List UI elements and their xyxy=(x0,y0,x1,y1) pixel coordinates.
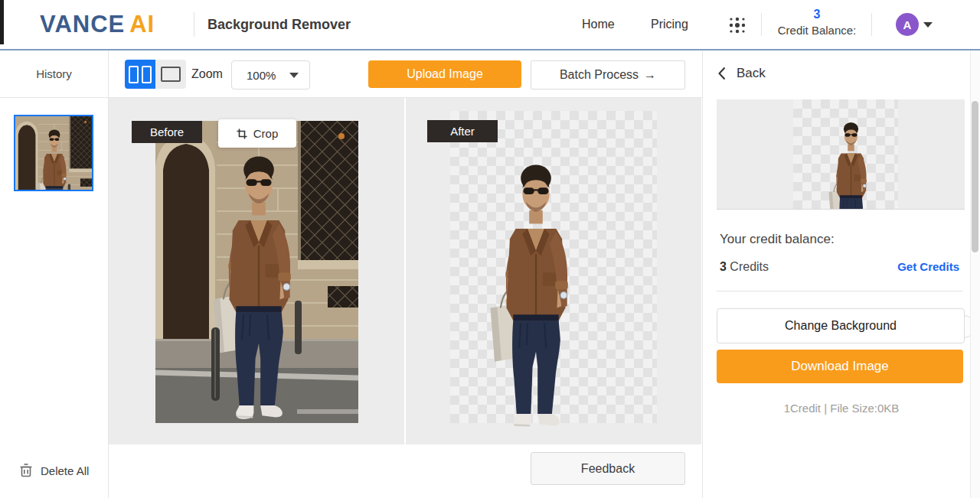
after-tag: After xyxy=(427,120,498,142)
upload-image-label: Upload Image xyxy=(407,67,483,81)
crop-icon xyxy=(237,129,247,139)
single-view-toggle[interactable] xyxy=(155,60,186,89)
result-preview xyxy=(717,99,965,210)
change-background-label: Change Background xyxy=(785,319,897,333)
scrollbar-thumb[interactable] xyxy=(972,101,978,252)
zoom-value: 100% xyxy=(247,69,276,82)
avatar[interactable]: A xyxy=(896,13,919,36)
file-info-text: 1Credit | File Size:0KB xyxy=(703,402,980,415)
header-divider xyxy=(871,13,872,36)
back-button[interactable]: Back xyxy=(718,66,766,81)
split-view-toggle[interactable] xyxy=(125,60,155,89)
section-divider xyxy=(717,291,963,291)
feedback-button[interactable]: Feedback xyxy=(531,452,685,485)
before-image xyxy=(155,121,358,423)
logo-text-ai: AI xyxy=(129,11,155,38)
after-panel: After xyxy=(406,98,701,444)
credit-balance: 3 Credit Balance: xyxy=(769,6,864,43)
header-divider xyxy=(194,12,194,37)
trash-icon xyxy=(20,464,32,477)
nav-pricing[interactable]: Pricing xyxy=(651,0,688,49)
delete-all-label: Delete All xyxy=(41,464,89,477)
download-image-label: Download Image xyxy=(791,359,889,374)
batch-process-button[interactable]: Batch Process → xyxy=(531,60,685,90)
result-preview-cutout xyxy=(822,113,880,210)
header-divider xyxy=(761,13,762,36)
credits-unit: Credits xyxy=(730,260,769,273)
delete-all-button[interactable]: Delete All xyxy=(20,464,89,477)
back-label: Back xyxy=(737,66,766,81)
chevron-down-icon[interactable] xyxy=(923,22,933,28)
change-background-button[interactable]: Change Background xyxy=(717,308,965,343)
after-image-cutout xyxy=(477,146,595,437)
apps-grid-icon[interactable] xyxy=(727,15,747,35)
history-title: History xyxy=(0,50,108,98)
credit-balance-value: 3 xyxy=(769,6,864,23)
before-panel: Before Crop xyxy=(109,98,404,444)
arrow-right-icon: → xyxy=(644,68,656,82)
history-thumbnail[interactable] xyxy=(14,115,93,191)
batch-process-label: Batch Process xyxy=(560,68,639,82)
crop-button[interactable]: Crop xyxy=(218,119,296,148)
zoom-label: Zoom xyxy=(191,50,223,97)
credit-balance-label: Credit Balance: xyxy=(769,23,864,38)
result-sidebar: Back Your credit balance: 3 Credits Get … xyxy=(703,50,980,498)
zoom-select[interactable]: 100% xyxy=(231,60,310,90)
screen-edge-artifact xyxy=(0,0,4,44)
page-title: Background Remover xyxy=(207,0,351,49)
feedback-label: Feedback xyxy=(581,462,635,476)
nav-home[interactable]: Home xyxy=(582,0,615,49)
history-thumbnail-image xyxy=(15,116,92,190)
chevron-left-icon xyxy=(718,67,726,80)
header: VANCE AI Background Remover Home Pricing… xyxy=(0,0,980,50)
crop-label: Crop xyxy=(253,127,279,140)
before-tag: Before xyxy=(132,121,202,143)
upload-image-button[interactable]: Upload Image xyxy=(368,60,521,88)
logo-text-vance: VANCE xyxy=(40,11,125,38)
get-credits-link[interactable]: Get Credits xyxy=(897,260,959,273)
viewer-toolbar: Zoom 100% Upload Image Batch Process → xyxy=(109,50,702,98)
chevron-down-icon xyxy=(289,73,299,78)
balance-title: Your credit balance: xyxy=(720,232,835,247)
background-remover-app: VANCE AI Background Remover Home Pricing… xyxy=(0,0,980,498)
credits-value: 3 xyxy=(720,260,727,273)
download-image-button[interactable]: Download Image xyxy=(717,350,963,383)
vanceai-logo[interactable]: VANCE AI xyxy=(40,0,155,49)
history-sidebar: History Delete All xyxy=(0,50,109,498)
